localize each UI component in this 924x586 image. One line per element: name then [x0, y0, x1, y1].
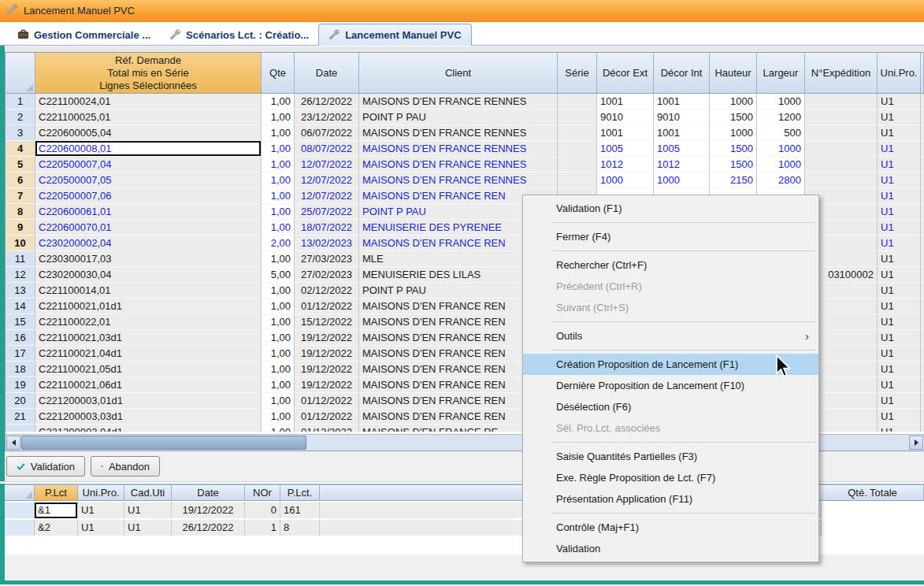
- tab-lancement-manuel-pvc[interactable]: Lancement Manuel PVC: [318, 24, 471, 46]
- cell-qte[interactable]: 2,00: [262, 236, 295, 251]
- cell-date[interactable]: 08/07/2022: [295, 141, 359, 157]
- cell-decor_int[interactable]: 9010: [654, 109, 710, 125]
- cell-ref[interactable]: C221100021,04d1: [35, 346, 262, 362]
- cell-date[interactable]: 12/07/2022: [295, 172, 359, 188]
- cell-num[interactable]: 9: [6, 220, 35, 236]
- menu-item-derni-re-proposition-de-lancement-f10[interactable]: Dernière Proposition de Lancement (F10): [523, 375, 818, 396]
- cell-plct[interactable]: &2: [35, 520, 78, 536]
- menu-item-fermer-f4[interactable]: Fermer (F4): [523, 226, 818, 247]
- cell-date[interactable]: 19/12/2022: [295, 377, 359, 393]
- cell-unipro[interactable]: U1: [878, 251, 921, 267]
- column-header-expedition[interactable]: N°Expédition: [805, 53, 878, 94]
- cell-date[interactable]: 27/02/2023: [295, 267, 359, 283]
- cell-unipro[interactable]: U1: [878, 314, 921, 330]
- column-header-largeur[interactable]: Largeur: [757, 53, 805, 94]
- menu-item-validation[interactable]: Validation: [523, 538, 818, 559]
- cell-client[interactable]: MAISONS D'EN FRANCE RENNES: [359, 172, 558, 188]
- cell-ref[interactable]: C221200003,03d1: [35, 409, 262, 425]
- cell-qte[interactable]: 1,00: [262, 141, 295, 157]
- table-row[interactable]: 6C220500007,051,0012/07/2022MAISONS D'EN…: [6, 172, 924, 188]
- cell-num[interactable]: 14: [6, 299, 35, 314]
- menu-item-pr-c-dent-ctrl-r[interactable]: Précédent (Ctrl+R): [523, 276, 818, 297]
- cell-unipro[interactable]: U1: [878, 236, 921, 251]
- cell-ref[interactable]: C220500007,04: [35, 157, 262, 172]
- cell-ref[interactable]: C221100021,01d1: [35, 299, 262, 314]
- cell-largeur[interactable]: 1200: [757, 109, 805, 125]
- column-header-nor[interactable]: NOr: [245, 484, 280, 501]
- cell-ref[interactable]: C220600008,01: [35, 141, 262, 157]
- cell-unipro[interactable]: U1: [878, 94, 921, 109]
- cell-date[interactable]: 18/07/2022: [295, 220, 359, 236]
- cell-decor_ext[interactable]: 1005: [597, 141, 654, 157]
- cell-nor[interactable]: 1: [245, 520, 280, 536]
- cell-serie[interactable]: [558, 125, 597, 141]
- cell-ref[interactable]: C220600070,01: [35, 220, 262, 236]
- cell-unipro[interactable]: U1: [878, 141, 921, 157]
- cell-qty[interactable]: [822, 503, 924, 518]
- cell-client[interactable]: MAISONS D'EN FRANCE RENNES: [359, 125, 558, 141]
- cell-unipro[interactable]: U1: [878, 188, 921, 204]
- cell-hauteur[interactable]: 1500: [710, 141, 757, 157]
- cell-date[interactable]: 19/12/2022: [295, 362, 359, 377]
- cell-date[interactable]: 19/12/2022: [295, 330, 359, 346]
- scroll-left-button[interactable]: [6, 436, 20, 450]
- column-header-qte[interactable]: Qte: [262, 53, 295, 94]
- cell-expedition[interactable]: [805, 141, 878, 157]
- cell-decor_int[interactable]: 1012: [654, 157, 710, 172]
- cell-expedition[interactable]: [805, 109, 878, 125]
- cell-num[interactable]: 17: [6, 346, 35, 362]
- cell-num[interactable]: 3: [6, 125, 35, 141]
- cell-ref[interactable]: C221200003,04d1: [35, 425, 262, 432]
- cell-date[interactable]: 25/07/2022: [295, 204, 359, 220]
- cell-ref[interactable]: C221100021,06d1: [35, 377, 262, 393]
- column-header-plct[interactable]: P.Lct: [35, 484, 78, 501]
- cell-num[interactable]: 20: [6, 393, 35, 409]
- column-header-unipro[interactable]: Uni.Pro.: [78, 484, 124, 501]
- abandon-button[interactable]: Abandon: [91, 456, 160, 477]
- cell-decor_ext[interactable]: 1001: [597, 125, 654, 141]
- cell-decor_int[interactable]: 1001: [654, 125, 710, 141]
- cell-client[interactable]: MAISONS D'EN FRANCE RENNES: [359, 94, 558, 109]
- cell-ref[interactable]: C230200002,04: [35, 236, 262, 251]
- cell-date[interactable]: 02/12/2022: [295, 283, 359, 299]
- scroll-right-button[interactable]: [909, 436, 923, 450]
- tab-sc-narios-lct-cr-atio[interactable]: Scénarios Lct. : Créatio...: [160, 25, 318, 45]
- cell-date[interactable]: 12/07/2022: [295, 157, 359, 172]
- cell-date[interactable]: 19/12/2022: [295, 346, 359, 362]
- cell-ref[interactable]: C220500007,06: [35, 188, 262, 204]
- menu-item-rechercher-ctrl-f[interactable]: Rechercher (Ctrl+F): [523, 254, 818, 276]
- cell-num[interactable]: 11: [6, 251, 35, 267]
- cell-unipro[interactable]: U1: [878, 125, 921, 141]
- cell-serie[interactable]: [558, 141, 597, 157]
- cell-qte[interactable]: 1,00: [262, 409, 295, 425]
- column-header-plct2[interactable]: P.Lct.: [280, 484, 320, 501]
- cell-qte[interactable]: 1,00: [262, 188, 295, 204]
- column-header-client[interactable]: Client: [359, 53, 558, 94]
- cell-decor_int[interactable]: 1000: [654, 172, 710, 188]
- cell-unipro[interactable]: U1: [878, 109, 921, 125]
- row-selector-header[interactable]: [5, 484, 35, 501]
- cell-hauteur[interactable]: 1500: [710, 157, 757, 172]
- cell-expedition[interactable]: [805, 125, 878, 141]
- cell-client[interactable]: MAISONS D'EN FRANCE RENNES: [359, 157, 558, 172]
- menu-item-contr-le-maj-f1[interactable]: Contrôle (Maj+F1): [523, 517, 818, 538]
- table-row[interactable]: 4C220600008,011,0008/07/2022MAISONS D'EN…: [6, 141, 924, 157]
- cell-unipro[interactable]: U1: [878, 362, 921, 377]
- cell-unipro[interactable]: U1: [878, 425, 921, 432]
- menu-item-outils[interactable]: Outils›: [523, 325, 818, 347]
- cell-num[interactable]: 8: [6, 204, 35, 220]
- validation-button[interactable]: Validation: [6, 456, 85, 477]
- cell-qte[interactable]: 1,00: [262, 283, 295, 299]
- column-header-unipro[interactable]: Uni.Pro.: [878, 53, 921, 94]
- cell-unipro[interactable]: U1: [878, 204, 921, 220]
- cell-decor_ext[interactable]: 1001: [597, 94, 654, 109]
- cell-sel[interactable]: [5, 520, 35, 536]
- cell-num[interactable]: 4: [6, 141, 35, 157]
- menu-item-pr-sentation-application-f11[interactable]: Présentation Application (F11): [523, 488, 818, 510]
- cell-unipro[interactable]: U1: [878, 220, 921, 236]
- column-header-decor_ext[interactable]: Décor Ext: [597, 53, 654, 94]
- cell-num[interactable]: [6, 425, 35, 432]
- cell-unipro[interactable]: U1: [878, 330, 921, 346]
- cell-largeur[interactable]: 1000: [757, 157, 805, 172]
- cell-ref[interactable]: C220500007,05: [35, 172, 262, 188]
